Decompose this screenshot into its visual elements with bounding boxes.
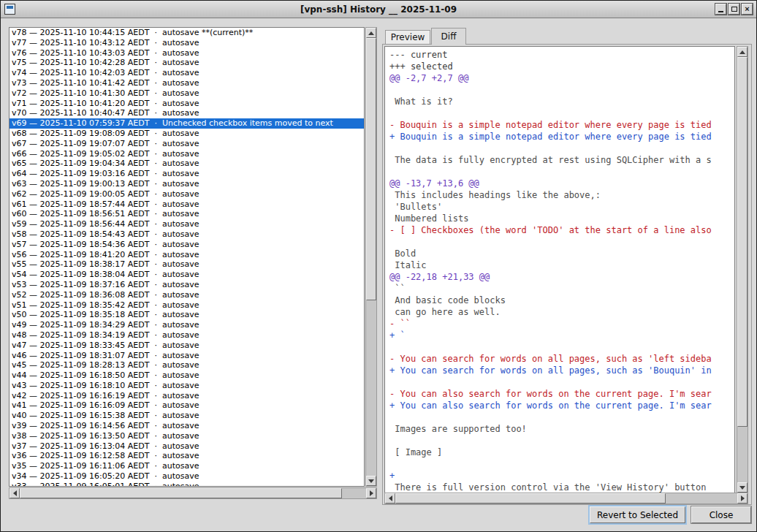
history-list-item[interactable]: v44 — 2025-11-09 16:18:50 AEDT · autosav… bbox=[9, 370, 364, 381]
history-list-item[interactable]: v77 — 2025-11-10 10:43:12 AEDT · autosav… bbox=[9, 38, 364, 48]
history-list-item[interactable]: v71 — 2025-11-10 10:41:20 AEDT · autosav… bbox=[9, 99, 364, 109]
window-title: [vpn-ssh] History __ 2025-11-09 bbox=[1, 4, 756, 15]
arrow-down-icon bbox=[368, 479, 374, 483]
arrow-right-icon bbox=[741, 495, 745, 501]
diff-line: +++ selected bbox=[389, 61, 734, 72]
scrollbar-thumb[interactable] bbox=[395, 493, 666, 503]
history-list-item[interactable]: v39 — 2025-11-09 16:14:56 AEDT · autosav… bbox=[9, 421, 364, 431]
tab-preview[interactable]: Preview bbox=[385, 30, 430, 44]
diff-vscrollbar bbox=[737, 46, 748, 493]
titlebar-buttons: × bbox=[715, 4, 753, 15]
diff-line: What is it? bbox=[389, 96, 734, 107]
history-list-item[interactable]: v34 — 2025-11-09 16:05:20 AEDT · autosav… bbox=[9, 471, 364, 482]
scrollbar-trough[interactable] bbox=[737, 57, 748, 482]
arrow-up-icon bbox=[368, 31, 374, 35]
scroll-right-button[interactable] bbox=[737, 493, 748, 503]
history-list-item[interactable]: v55 — 2025-11-09 18:38:17 AEDT · autosav… bbox=[9, 259, 364, 270]
history-list-item[interactable]: v59 — 2025-11-09 18:56:44 AEDT · autosav… bbox=[9, 219, 364, 229]
history-list-item[interactable]: v78 — 2025-11-10 10:44:15 AEDT · autosav… bbox=[9, 28, 364, 38]
history-list-item[interactable]: v68 — 2025-11-09 19:08:09 AEDT · autosav… bbox=[9, 129, 364, 139]
close-icon: × bbox=[745, 5, 749, 13]
history-list-item[interactable]: v42 — 2025-11-09 16:16:19 AEDT · autosav… bbox=[9, 391, 364, 401]
history-list-item[interactable]: v74 — 2025-11-10 10:42:03 AEDT · autosav… bbox=[9, 68, 364, 78]
scroll-left-button[interactable] bbox=[385, 493, 395, 503]
history-list-item[interactable]: v72 — 2025-11-10 10:41:30 AEDT · autosav… bbox=[9, 88, 364, 99]
history-list-item[interactable]: v56 — 2025-11-09 18:41:20 AEDT · autosav… bbox=[9, 250, 364, 260]
maximize-button[interactable] bbox=[729, 4, 739, 15]
diff-line: Italic bbox=[389, 259, 734, 271]
titlebar[interactable]: [vpn-ssh] History __ 2025-11-09 × bbox=[1, 1, 756, 18]
diff-line: - You can search for words on all pages,… bbox=[389, 353, 734, 365]
history-list-item[interactable]: v49 — 2025-11-09 18:34:29 AEDT · autosav… bbox=[9, 320, 364, 330]
history-list-item[interactable]: v60 — 2025-11-09 18:56:51 AEDT · autosav… bbox=[9, 209, 364, 219]
history-list-item[interactable]: v52 — 2025-11-09 18:36:08 AEDT · autosav… bbox=[9, 290, 364, 300]
history-list-item[interactable]: v43 — 2025-11-09 16:18:10 AEDT · autosav… bbox=[9, 381, 364, 391]
diff-line: + You can search for words on all pages,… bbox=[389, 365, 734, 376]
history-list-item[interactable]: v47 — 2025-11-09 18:33:45 AEDT · autosav… bbox=[9, 341, 364, 351]
window-icon[interactable] bbox=[4, 4, 15, 15]
diff-line: The data is fully encrypted at rest usin… bbox=[389, 154, 734, 166]
history-list-item[interactable]: v67 — 2025-11-09 19:07:07 AEDT · autosav… bbox=[9, 139, 364, 149]
history-list-item[interactable]: v48 — 2025-11-09 18:34:19 AEDT · autosav… bbox=[9, 330, 364, 341]
scroll-down-button[interactable] bbox=[737, 482, 748, 493]
diff-hscrollbar bbox=[384, 493, 748, 504]
scrollbar-thumb[interactable] bbox=[737, 57, 748, 427]
history-list: v78 — 2025-11-10 10:44:15 AEDT · autosav… bbox=[9, 27, 365, 487]
scrollbar-trough[interactable] bbox=[395, 493, 737, 503]
notebook-pane: --- current+++ selected@@ -2,7 +2,7 @@ W… bbox=[382, 44, 752, 505]
history-list-item[interactable]: v53 — 2025-11-09 18:37:16 AEDT · autosav… bbox=[9, 280, 364, 290]
history-list-item[interactable]: v36 — 2025-11-09 16:12:58 AEDT · autosav… bbox=[9, 451, 364, 461]
history-list-item[interactable]: v38 — 2025-11-09 16:13:50 AEDT · autosav… bbox=[9, 431, 364, 441]
scrollbar-thumb[interactable] bbox=[366, 38, 376, 300]
history-list-item[interactable]: v76 — 2025-11-10 10:43:03 AEDT · autosav… bbox=[9, 48, 364, 58]
footer-close-button[interactable]: Close bbox=[691, 506, 751, 523]
history-list-item[interactable]: v66 — 2025-11-09 19:05:02 AEDT · autosav… bbox=[9, 149, 364, 159]
history-list-item[interactable]: v62 — 2025-11-09 19:00:05 AEDT · autosav… bbox=[9, 189, 364, 200]
scroll-up-button[interactable] bbox=[737, 47, 748, 57]
scroll-right-button[interactable] bbox=[366, 488, 376, 498]
history-list-item[interactable]: v54 — 2025-11-09 18:38:04 AEDT · autosav… bbox=[9, 270, 364, 280]
history-list-item[interactable]: v63 — 2025-11-09 19:00:13 AEDT · autosav… bbox=[9, 179, 364, 189]
history-list-item[interactable]: v57 — 2025-11-09 18:54:36 AEDT · autosav… bbox=[9, 240, 364, 250]
history-list-item[interactable]: v45 — 2025-11-09 18:28:13 AEDT · autosav… bbox=[9, 360, 364, 370]
history-list-item[interactable]: v50 — 2025-11-09 18:35:18 AEDT · autosav… bbox=[9, 310, 364, 320]
diff-view[interactable]: --- current+++ selected@@ -2,7 +2,7 @@ W… bbox=[384, 46, 735, 493]
history-list-item[interactable]: v73 — 2025-11-10 10:41:42 AEDT · autosav… bbox=[9, 78, 364, 88]
diff-line: This includes headings like the above,: bbox=[389, 189, 734, 201]
history-list-item[interactable]: v40 — 2025-11-09 16:15:38 AEDT · autosav… bbox=[9, 411, 364, 421]
diff-line bbox=[389, 435, 734, 446]
history-list-item[interactable]: v35 — 2025-11-09 16:11:06 AEDT · autosav… bbox=[9, 461, 364, 471]
history-window: [vpn-ssh] History __ 2025-11-09 × v78 — … bbox=[0, 0, 757, 532]
close-button[interactable]: × bbox=[742, 4, 753, 15]
scrollbar-trough[interactable] bbox=[366, 38, 376, 476]
history-list-item[interactable]: v75 — 2025-11-10 10:42:28 AEDT · autosav… bbox=[9, 58, 364, 68]
diff-line: Images are supported too! bbox=[389, 423, 734, 435]
scrollbar-thumb[interactable] bbox=[20, 488, 342, 498]
diff-line: + You can also search for words on the c… bbox=[389, 400, 734, 411]
scroll-left-button[interactable] bbox=[9, 488, 20, 498]
history-list-item[interactable]: v58 — 2025-11-09 18:54:43 AEDT · autosav… bbox=[9, 229, 364, 240]
history-list-item[interactable]: v69 — 2025-11-10 07:59:37 AEDT · Uncheck… bbox=[9, 118, 364, 129]
history-list-item[interactable]: v46 — 2025-11-09 18:31:07 AEDT · autosav… bbox=[9, 351, 364, 361]
arrow-left-icon bbox=[389, 495, 392, 501]
diff-line bbox=[389, 142, 734, 154]
diff-line: + bbox=[389, 470, 734, 482]
diff-line bbox=[389, 107, 734, 119]
history-list-item[interactable]: v65 — 2025-11-09 19:04:34 AEDT · autosav… bbox=[9, 159, 364, 169]
scrollbar-trough[interactable] bbox=[20, 488, 366, 498]
history-list-item[interactable]: v64 — 2025-11-09 19:03:16 AEDT · autosav… bbox=[9, 169, 364, 179]
revert-to-selected-button[interactable]: Revert to Selected bbox=[590, 506, 685, 523]
history-list-item[interactable]: v41 — 2025-11-09 16:16:09 AEDT · autosav… bbox=[9, 400, 364, 411]
minimize-button[interactable] bbox=[715, 4, 726, 15]
tab-diff[interactable]: Diff bbox=[431, 28, 466, 45]
history-list-item[interactable]: v33 — 2025-11-09 16:05:01 AEDT · autosav… bbox=[9, 482, 364, 487]
diff-line bbox=[389, 236, 734, 248]
diff-line bbox=[389, 376, 734, 388]
history-list-item[interactable]: v61 — 2025-11-09 18:57:44 AEDT · autosav… bbox=[9, 200, 364, 210]
history-list-item[interactable]: v70 — 2025-11-10 10:40:47 AEDT · autosav… bbox=[9, 108, 364, 118]
history-list-item[interactable]: v51 — 2025-11-09 18:35:42 AEDT · autosav… bbox=[9, 300, 364, 311]
history-list-item[interactable]: v37 — 2025-11-09 16:13:04 AEDT · autosav… bbox=[9, 441, 364, 452]
scroll-up-button[interactable] bbox=[366, 28, 376, 38]
scroll-down-button[interactable] bbox=[366, 476, 376, 486]
diff-line: - Bouquin is a simple notepad editor whe… bbox=[389, 119, 734, 131]
